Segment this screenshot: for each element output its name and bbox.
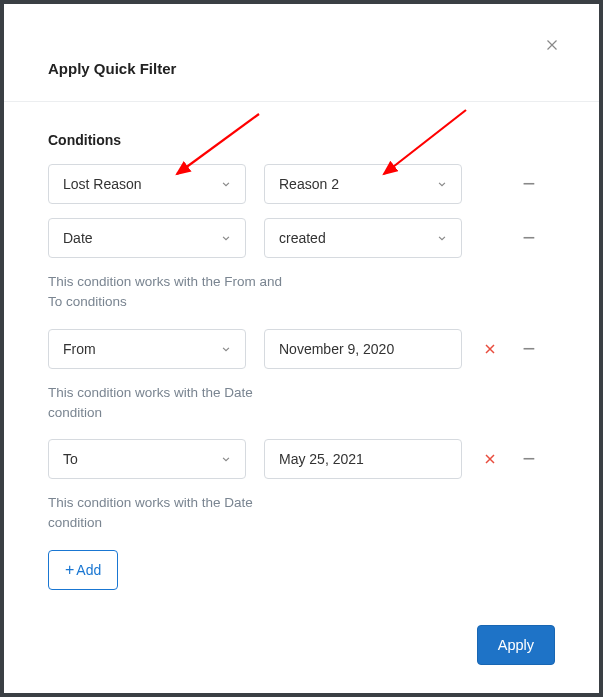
condition-row: Date created − — [48, 218, 555, 258]
select-value: Date — [63, 230, 93, 246]
value-select-created[interactable]: created — [264, 218, 462, 258]
field-select-from[interactable]: From — [48, 329, 246, 369]
close-icon — [543, 36, 561, 54]
condition-row: From November 9, 2020 − — [48, 329, 555, 369]
help-text: This condition works with the Date condi… — [48, 383, 288, 424]
input-value: May 25, 2021 — [279, 451, 364, 467]
chevron-down-icon — [219, 452, 233, 466]
remove-row-button[interactable]: − — [520, 229, 538, 247]
clear-date-button[interactable] — [480, 449, 500, 469]
value-select-reason-2[interactable]: Reason 2 — [264, 164, 462, 204]
add-label: Add — [76, 562, 101, 578]
clear-date-button[interactable] — [480, 339, 500, 359]
remove-row-button[interactable]: − — [520, 450, 538, 468]
condition-row: Lost Reason Reason 2 − — [48, 164, 555, 204]
x-icon — [482, 451, 498, 467]
input-value: November 9, 2020 — [279, 341, 394, 357]
date-input-from[interactable]: November 9, 2020 — [264, 329, 462, 369]
modal-footer: Apply — [477, 625, 555, 665]
field-select-to[interactable]: To — [48, 439, 246, 479]
field-select-date[interactable]: Date — [48, 218, 246, 258]
chevron-down-icon — [435, 177, 449, 191]
select-value: To — [63, 451, 78, 467]
chevron-down-icon — [219, 177, 233, 191]
chevron-down-icon — [219, 342, 233, 356]
plus-icon: + — [65, 561, 74, 579]
remove-row-button[interactable]: − — [520, 175, 538, 193]
x-icon — [482, 341, 498, 357]
chevron-down-icon — [219, 231, 233, 245]
modal-title: Apply Quick Filter — [4, 4, 599, 101]
select-value: created — [279, 230, 326, 246]
help-text: This condition works with the Date condi… — [48, 493, 288, 534]
field-select-lost-reason[interactable]: Lost Reason — [48, 164, 246, 204]
date-input-to[interactable]: May 25, 2021 — [264, 439, 462, 479]
close-button[interactable] — [543, 36, 563, 56]
select-value: Reason 2 — [279, 176, 339, 192]
remove-row-button[interactable]: − — [520, 340, 538, 358]
conditions-label: Conditions — [48, 132, 555, 148]
chevron-down-icon — [435, 231, 449, 245]
help-text: This condition works with the From and T… — [48, 272, 288, 313]
select-value: Lost Reason — [63, 176, 142, 192]
apply-button[interactable]: Apply — [477, 625, 555, 665]
conditions-section: Conditions Lost Reason Reason 2 − Date c… — [4, 102, 599, 590]
add-condition-button[interactable]: +Add — [48, 550, 118, 590]
select-value: From — [63, 341, 96, 357]
condition-row: To May 25, 2021 − — [48, 439, 555, 479]
